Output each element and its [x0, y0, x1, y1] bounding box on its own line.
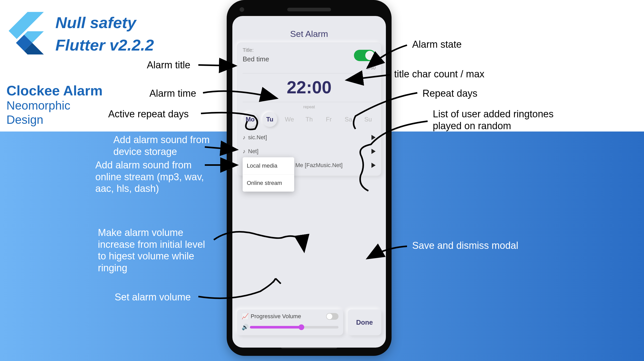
- repeat-label: repeat: [243, 105, 376, 109]
- phone-speaker-icon: [287, 8, 331, 11]
- play-icon[interactable]: [371, 149, 376, 154]
- mini-toggle-thumb-icon: [327, 314, 332, 319]
- app-screen: Set Alarm Title: Bed time 8/60 22:00 rep…: [232, 16, 386, 348]
- anno-set-volume: Set alarm volume: [115, 291, 191, 303]
- anno-active-repeat: Active repeat days: [108, 108, 189, 120]
- play-icon[interactable]: [371, 135, 376, 140]
- app-name: Clockee Alarm: [6, 83, 103, 99]
- title-row: Title: Bed time: [243, 47, 376, 63]
- alarm-card: Title: Bed time 8/60 22:00 repeat Mo Tu …: [237, 43, 381, 176]
- day-th[interactable]: Th: [302, 112, 317, 127]
- add-sound-popup: Local media Online stream: [243, 157, 294, 192]
- ringtone-title: Net]: [248, 148, 258, 155]
- done-button[interactable]: Done: [348, 309, 381, 335]
- anno-add-local: Add alarm sound from device storage: [113, 134, 219, 158]
- repeat-days-row: Mo Tu We Th Fr Sa Su: [243, 112, 376, 127]
- ringtone-title: sic.Net]: [248, 134, 267, 141]
- progressive-toggle[interactable]: [326, 313, 338, 320]
- design-desc-2: Design: [6, 113, 103, 127]
- headline-line1: Null safety: [55, 12, 154, 34]
- design-desc-1: Neomorphic: [6, 99, 103, 113]
- day-we[interactable]: We: [282, 112, 297, 127]
- volume-card: 📈 Progressive Volume 🔊: [237, 309, 343, 335]
- volume-slider-row: 🔊: [242, 324, 338, 331]
- flutter-logo-icon: [5, 12, 44, 61]
- bottom-controls: 📈 Progressive Volume 🔊 Done: [237, 309, 381, 335]
- alarm-enable-toggle[interactable]: [354, 50, 376, 61]
- anno-repeat-days: Repeat days: [422, 88, 477, 100]
- anno-char-count: title char count / max: [394, 68, 485, 80]
- alarm-time-picker[interactable]: 22:00: [243, 73, 376, 102]
- play-icon[interactable]: [371, 163, 376, 168]
- anno-alarm-title: Alarm title: [147, 59, 190, 71]
- anno-save-dismiss: Save and dismiss modal: [412, 240, 518, 252]
- headline-line2: Flutter v2.2.2: [55, 34, 154, 56]
- day-fr[interactable]: Fr: [321, 112, 336, 127]
- anno-alarm-time: Alarm time: [149, 88, 196, 100]
- phone-camera-icon: [240, 7, 244, 12]
- page-title: Set Alarm: [232, 29, 386, 39]
- trend-up-icon: 📈: [242, 313, 249, 320]
- progressive-row: 📈 Progressive Volume: [242, 313, 338, 320]
- anno-progressive: Make alarm volume increase from initial …: [98, 227, 211, 274]
- popup-online-stream[interactable]: Online stream: [243, 174, 294, 192]
- slider-thumb-icon: [299, 324, 304, 330]
- popup-local-media[interactable]: Local media: [243, 157, 294, 174]
- day-mo[interactable]: Mo: [243, 112, 258, 127]
- anno-add-online: Add alarm sound from online stream (mp3,…: [95, 159, 219, 195]
- toggle-thumb-icon: [365, 51, 375, 60]
- ringtone-row[interactable]: ♪sic.Net]: [243, 130, 376, 144]
- subhead: Clockee Alarm Neomorphic Design: [6, 83, 103, 127]
- char-count: 8/60: [243, 65, 376, 73]
- day-su[interactable]: Su: [361, 112, 376, 127]
- day-tu[interactable]: Tu: [262, 112, 277, 127]
- day-sa[interactable]: Sa: [341, 112, 356, 127]
- speaker-icon: 🔊: [242, 324, 247, 331]
- music-note-icon: ♪: [243, 134, 245, 141]
- ringtone-row[interactable]: ♪Net]: [243, 144, 376, 158]
- phone-body: Set Alarm Title: Bed time 8/60 22:00 rep…: [227, 0, 392, 356]
- phone-mockup: Set Alarm Title: Bed time 8/60 22:00 rep…: [227, 0, 392, 356]
- music-note-icon: ♪: [243, 148, 245, 155]
- volume-slider[interactable]: [250, 326, 338, 329]
- headline: Null safety Flutter v2.2.2: [55, 12, 154, 56]
- anno-alarm-state: Alarm state: [412, 39, 462, 51]
- progressive-label: Progressive Volume: [251, 313, 301, 320]
- anno-ringtones: List of user added ringtones played on r…: [433, 108, 572, 132]
